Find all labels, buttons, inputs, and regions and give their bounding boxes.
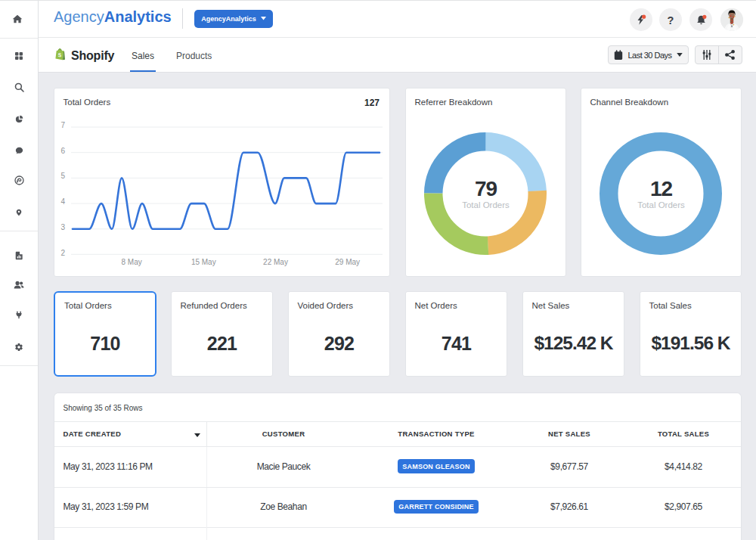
svg-text:S: S [57, 52, 61, 57]
svg-text:?: ? [668, 14, 674, 26]
